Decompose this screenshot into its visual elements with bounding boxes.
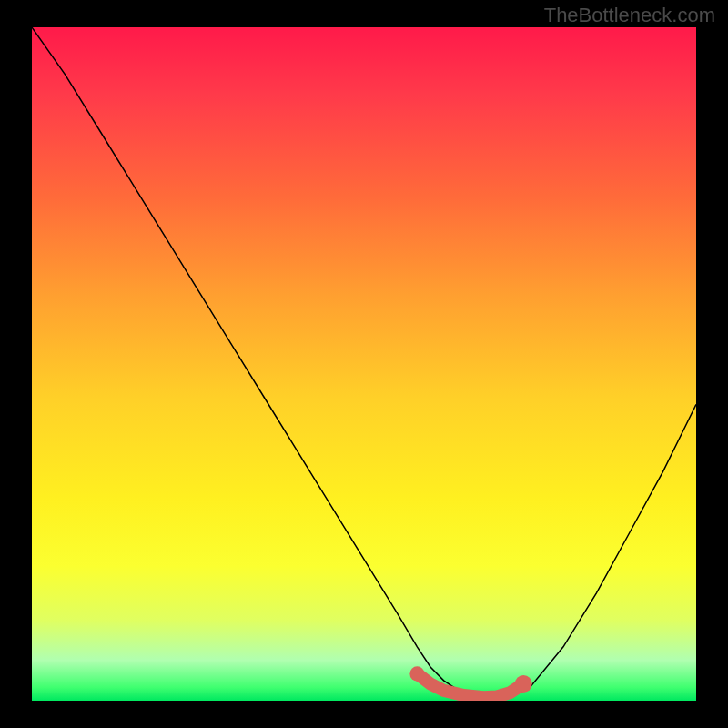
main-curve-path [32,27,696,701]
highlight-path [417,673,523,697]
watermark-text: TheBottleneck.com [544,4,715,27]
highlight-end-dot [515,675,532,693]
chart-plot-area [32,27,696,701]
chart-svg [32,27,696,701]
highlight-start-dot [410,666,424,681]
